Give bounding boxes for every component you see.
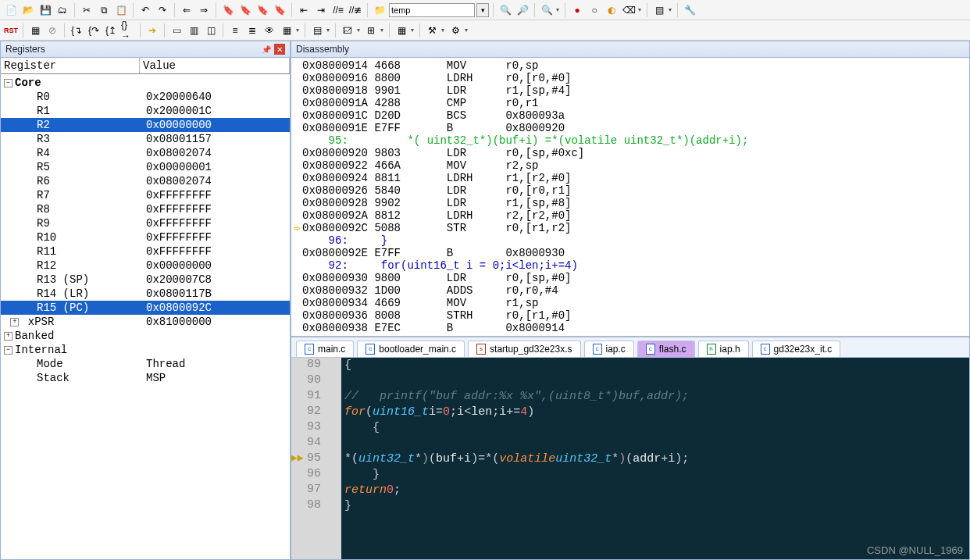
disasm-line[interactable]: 0x08000930 9800 LDR r0,[sp,#0] bbox=[291, 272, 969, 284]
breakpoint-disable-icon[interactable]: ◐ bbox=[604, 2, 619, 18]
tab-iap-h[interactable]: hiap.h bbox=[698, 341, 749, 357]
register-row[interactable]: R120x00000000 bbox=[1, 259, 290, 273]
bookmark-1-icon[interactable]: 🔖 bbox=[220, 2, 236, 18]
redo-icon[interactable]: ↷ bbox=[155, 2, 170, 18]
run-icon[interactable]: ▦ bbox=[27, 23, 43, 38]
editor-gutter[interactable] bbox=[291, 389, 307, 405]
editor-line[interactable]: return 0; bbox=[344, 483, 969, 498]
register-row[interactable]: StackMSP bbox=[1, 371, 290, 385]
step-over-icon[interactable]: {↷ bbox=[86, 23, 102, 38]
new-file-icon[interactable]: 📄 bbox=[3, 2, 19, 18]
register-row[interactable]: R110xFFFFFFFF bbox=[1, 244, 290, 259]
disasm-line[interactable]: 0x08000936 8008 STRH r0,[r1,#0] bbox=[291, 309, 969, 322]
tab-bootloader-main-c[interactable]: cbootloader_main.c bbox=[357, 341, 465, 357]
register-row[interactable]: R100xFFFFFFFF bbox=[1, 230, 290, 244]
breakpoint-insert-icon[interactable]: ● bbox=[569, 2, 585, 18]
register-row[interactable]: R70xFFFFFFFF bbox=[1, 188, 290, 202]
system-viewer-icon[interactable]: ▦ bbox=[394, 23, 409, 38]
bookmark-4-icon[interactable]: 🔖 bbox=[272, 2, 287, 18]
tab-flash-c[interactable]: cflash.c bbox=[637, 341, 695, 357]
register-row[interactable]: R30x08001157 bbox=[1, 132, 290, 146]
run-to-line-icon[interactable]: {}→ bbox=[120, 23, 136, 38]
save-all-icon[interactable]: 🗂 bbox=[55, 2, 70, 18]
nav-forward-icon[interactable]: ⇒ bbox=[196, 2, 212, 18]
editor-gutter[interactable] bbox=[291, 498, 307, 514]
register-row[interactable]: R10x2000001C bbox=[1, 104, 290, 118]
register-row[interactable]: R80xFFFFFFFF bbox=[1, 202, 290, 216]
breakpoint-kill-icon[interactable]: ⌫ bbox=[621, 2, 637, 18]
register-row[interactable]: R90xFFFFFFFF bbox=[1, 216, 290, 230]
editor-line[interactable]: { bbox=[344, 420, 969, 436]
trace-dropdown-icon[interactable]: ▾ bbox=[380, 27, 385, 34]
tab-startup-gd32e23x-s[interactable]: sstartup_gd32e23x.s bbox=[468, 341, 580, 357]
memory-dropdown-icon[interactable]: ▾ bbox=[296, 27, 301, 34]
toolbox-icon[interactable]: ⚒ bbox=[424, 23, 440, 38]
register-row[interactable]: R00x20000640 bbox=[1, 90, 290, 104]
debug-settings-icon[interactable]: ⚙ bbox=[448, 23, 463, 38]
browse-icon[interactable]: 📁 bbox=[372, 2, 387, 18]
register-row[interactable]: ModeThread bbox=[1, 357, 290, 371]
register-row[interactable]: R50x00000001 bbox=[1, 160, 290, 174]
save-icon[interactable]: 💾 bbox=[37, 2, 53, 18]
editor-gutter[interactable] bbox=[291, 373, 307, 389]
register-row[interactable]: + xPSR0x81000000 bbox=[1, 315, 290, 329]
target-name-field[interactable] bbox=[389, 3, 475, 17]
disassembly-header[interactable]: Disassembly bbox=[291, 41, 970, 58]
cut-icon[interactable]: ✂ bbox=[79, 2, 95, 18]
disasm-line[interactable]: 0x08000916 8800 LDRH r0,[r0,#0] bbox=[291, 72, 969, 84]
disasm-line[interactable]: 0x0800091A 4288 CMP r0,r1 bbox=[291, 97, 969, 109]
disasm-line[interactable]: 0x08000928 9902 LDR r1,[sp,#8] bbox=[291, 197, 969, 209]
window-layout-icon[interactable]: ▤ bbox=[651, 2, 667, 18]
disasm-line[interactable]: 0x08000932 1D00 ADDS r0,r0,#4 bbox=[291, 284, 969, 297]
watch-window-icon[interactable]: 👁 bbox=[262, 23, 277, 38]
window-layout-dropdown-icon[interactable]: ▾ bbox=[669, 6, 673, 13]
comment-icon[interactable]: //≡ bbox=[330, 2, 346, 18]
find-icon[interactable]: 🔍 bbox=[497, 2, 513, 18]
editor-line[interactable] bbox=[344, 436, 969, 451]
register-row[interactable]: R13 (SP)0x200007C8 bbox=[1, 273, 290, 287]
register-row[interactable]: R40x08002074 bbox=[1, 146, 290, 160]
register-group[interactable]: +Banked bbox=[1, 329, 290, 343]
memory-window-icon[interactable]: ▦ bbox=[279, 23, 294, 38]
register-row[interactable]: R60x08002074 bbox=[1, 174, 290, 188]
disasm-line[interactable]: 0x0800091E E7FF B 0x8000920 bbox=[291, 122, 969, 134]
disasm-line[interactable]: 0x08000938 E7EC B 0x8000914 bbox=[291, 322, 969, 334]
tab-gd32e23x-it-c[interactable]: cgd32e23x_it.c bbox=[752, 341, 841, 357]
disasm-line[interactable]: 95: *( uint32_t*)(buf+i) =*(volatile uin… bbox=[291, 134, 969, 147]
analysis-window-icon[interactable]: 🗠 bbox=[340, 23, 355, 38]
editor-line[interactable]: { bbox=[344, 358, 969, 373]
register-row[interactable]: R14 (LR)0x0800117B bbox=[1, 287, 290, 301]
config-icon[interactable]: 🔧 bbox=[682, 2, 697, 18]
toolbox-dropdown-icon[interactable]: ▾ bbox=[441, 27, 446, 34]
bookmark-2-icon[interactable]: 🔖 bbox=[237, 2, 253, 18]
target-name-dropdown-icon[interactable]: ▾ bbox=[476, 3, 489, 17]
editor-gutter[interactable]: ▶▶ bbox=[291, 451, 307, 467]
disasm-line[interactable]: ⇨0x0800092C 5088 STR r0,[r1,r2] bbox=[291, 222, 969, 234]
callstack-window-icon[interactable]: ≣ bbox=[244, 23, 260, 38]
open-folder-icon[interactable]: 📂 bbox=[20, 2, 36, 18]
disasm-line[interactable]: 0x08000924 8811 LDRH r1,[r2,#0] bbox=[291, 172, 969, 184]
debug-start-icon[interactable]: 🔍 bbox=[539, 2, 555, 18]
breakpoint-remove-icon[interactable]: ○ bbox=[587, 2, 602, 18]
reset-icon[interactable]: RST bbox=[3, 23, 19, 38]
uncomment-icon[interactable]: //≢ bbox=[348, 2, 363, 18]
editor-gutter[interactable] bbox=[291, 483, 307, 498]
registers-window-icon[interactable]: ≡ bbox=[227, 23, 243, 38]
disasm-line[interactable]: 0x08000926 5840 LDR r0,[r0,r1] bbox=[291, 184, 969, 197]
disasm-line[interactable]: 92: for(uint16_t i = 0;i<len;i+=4) bbox=[291, 259, 969, 272]
disasm-line[interactable]: 96: } bbox=[291, 234, 969, 247]
disasm-line[interactable]: 0x0800092A 8812 LDRH r2,[r2,#0] bbox=[291, 209, 969, 222]
editor-line[interactable] bbox=[344, 373, 969, 389]
disasm-line[interactable]: 0x08000934 4669 MOV r1,sp bbox=[291, 297, 969, 309]
register-row[interactable]: R20x00000000 bbox=[1, 118, 290, 132]
tab-iap-c[interactable]: ciap.c bbox=[584, 341, 634, 357]
registers-close-icon[interactable]: ✕ bbox=[274, 44, 285, 55]
editor-body[interactable]: ▶▶ 89909192939495969798 {// printf("buf … bbox=[291, 358, 969, 559]
registers-col-value[interactable]: Value bbox=[140, 58, 290, 73]
command-window-icon[interactable]: ▭ bbox=[169, 23, 184, 38]
step-out-icon[interactable]: {↥ bbox=[103, 23, 119, 38]
disasm-window-icon[interactable]: ▥ bbox=[186, 23, 201, 38]
disassembly-list[interactable]: 0x08000914 4668 MOV r0,sp 0x08000916 880… bbox=[291, 58, 969, 336]
editor-gutter[interactable] bbox=[291, 436, 307, 451]
bookmark-3-icon[interactable]: 🔖 bbox=[255, 2, 270, 18]
